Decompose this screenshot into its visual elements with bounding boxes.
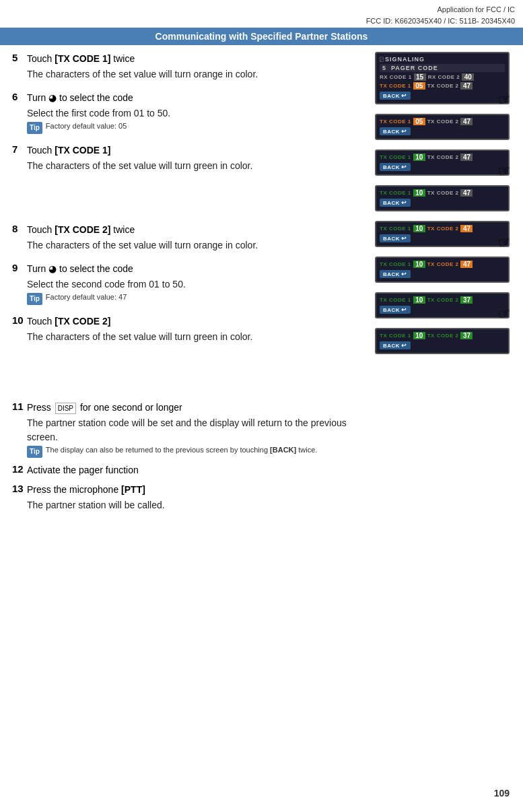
left-column: 5 Touch [TX CODE 1] twice The characters… [0,52,375,518]
step-11-num: 11 [12,401,27,412]
step-6-num: 6 [12,91,27,102]
screen-5: TX CODE 1 10 TX CODE 2 47 BACK↩ ☞ [375,221,510,247]
tip-label: Tip [27,122,42,134]
step-5-text: Touch [TX CODE 1] twice [27,52,135,66]
signal-icon: ⍁ [380,56,383,63]
back-btn-8[interactable]: BACK↩ [380,341,411,349]
step-12-text: Activate the pager function [27,463,139,477]
screen-8: TX CODE 1 10 TX CODE 2 37 BACK↩ [375,328,510,354]
step-6: 6 Turn ◕ to select the code Select the f… [12,91,367,134]
s8-tx1-label: TX CODE 1 [380,333,411,339]
tx-code2-label: TX CODE 2 [427,83,459,89]
tip-label-9: Tip [27,293,42,305]
step-9-text: Turn ◕ to select the code [27,262,133,276]
s7-tx1-val: 10 [413,296,425,304]
s3-tx2-val: 47 [460,154,473,161]
step-13: 13 Press the microphone [PTT] The partne… [12,483,367,512]
s6-tx2-label: TX CODE 2 [427,261,459,267]
s7-tx1-label: TX CODE 1 [380,297,411,303]
step-8-desc: The characters of the set value will tur… [27,238,367,252]
s7-tx2-label: TX CODE 2 [427,297,459,303]
screen-3: TX CODE 1 10 TX CODE 2 47 BACK↩ ☞ [375,149,510,176]
s3-tx2-label: TX CODE 2 [427,154,459,160]
step-11-text: Press DISP for one second or longer [27,401,182,415]
rx-val2: 40 [462,73,474,81]
step-10: 10 Touch [TX CODE 2] The characters of t… [12,314,367,344]
s3-tx1-val: 10 [413,154,425,161]
hand-icon-3: ☞ [497,161,513,180]
screen-rows: 5 PAGER CODE RX CODE 1 15 RX CODE 2 40 T… [380,64,505,90]
s2-tx2-val: 47 [460,118,473,125]
screen-6: TX CODE 1 10 TX CODE 2 47 BACK↩ [375,257,510,283]
step-9-num: 9 [12,262,27,273]
step-9-tip: Tip Factory default value: 47 [27,293,367,305]
section-title: Communicating with Specified Partner Sta… [0,28,523,45]
screen-4: TX CODE 1 10 TX CODE 2 47 BACK↩ [375,185,510,211]
pager-row: 5 PAGER CODE [380,64,505,72]
step-13-text: Press the microphone [PTT] [27,483,145,497]
hand-icon-5: ☞ [497,232,513,252]
rx-row: RX CODE 1 15 RX CODE 2 40 [380,73,505,81]
step-10-text: Touch [TX CODE 2] [27,314,110,329]
s2-tx2-label: TX CODE 2 [427,119,459,125]
rx-code1-label: RX CODE 1 [380,74,412,80]
s3-tx1-label: TX CODE 1 [380,154,411,160]
main-content: 5 Touch [TX CODE 1] twice The characters… [0,45,523,518]
hand-icon-1: ☞ [497,90,513,109]
hand-icon-7: ☞ [497,304,513,323]
s8-tx1-val: 10 [413,332,425,339]
step-12: 12 Activate the pager function [12,463,367,477]
right-column: ⍁ SIGNALING 5 PAGER CODE RX CODE 1 15 RX… [375,52,523,518]
back-btn-1[interactable]: BACK↩ [380,92,411,100]
step-11-tip: Tip The display can also be returned to … [27,446,367,458]
screen-1: ⍁ SIGNALING 5 PAGER CODE RX CODE 1 15 RX… [375,52,510,104]
step-8-text: Touch [TX CODE 2] twice [27,223,135,237]
s6-tx2-val: 47 [460,261,473,268]
header-line2: FCC ID: K6620345X40 / IC: 511B- 20345X40 [366,17,515,25]
page-header: Application for FCC / IC FCC ID: K662034… [0,0,523,28]
back-btn-2[interactable]: BACK↩ [380,127,411,135]
step-13-desc: The partner station will be called. [27,498,367,512]
step-7-num: 7 [12,143,27,155]
step-10-num: 10 [12,314,27,326]
step-7-text: Touch [TX CODE 1] [27,143,110,158]
step-13-num: 13 [12,483,27,494]
step-11-desc: The partner station code will be set and… [27,416,367,444]
back-btn-6[interactable]: BACK↩ [380,270,411,278]
rx-val1: 15 [414,73,426,81]
s4-tx2-val: 47 [460,189,473,197]
step-7: 7 Touch [TX CODE 1] The characters of th… [12,143,367,173]
tx-val1: 05 [413,82,425,90]
s4-tx1-val: 10 [413,189,425,197]
s2-tx1-label: TX CODE 1 [380,119,411,125]
step-9-desc: Select the second code from 01 to 50. [27,277,367,292]
screen-7: TX CODE 1 10 TX CODE 2 37 BACK↩ ☞ [375,292,510,318]
back-btn-5[interactable]: BACK↩ [380,234,411,242]
tx-row: TX CODE 1 05 TX CODE 2 47 [380,82,505,90]
s5-tx2-label: TX CODE 2 [427,226,459,232]
step-12-num: 12 [12,463,27,475]
back-btn-4[interactable]: BACK↩ [380,199,411,207]
s5-tx2-val: 47 [460,225,473,232]
s5-tx1-val: 10 [413,225,425,232]
s4-tx1-label: TX CODE 1 [380,190,411,196]
step-5: 5 Touch [TX CODE 1] twice The characters… [12,52,367,81]
s8-tx2-val: 37 [460,332,473,339]
step-6-text: Turn ◕ to select the code [27,91,133,105]
s4-tx2-label: TX CODE 2 [427,190,459,196]
step-6-tip-text: Factory default value: 05 [46,122,127,130]
s6-tx1-val: 10 [413,261,425,268]
back-row-1: BACK↩ [380,92,505,100]
header-line1: Application for FCC / IC [437,5,515,13]
step-11-tip-text: The display can also be returned to the … [46,446,318,454]
back-btn-7[interactable]: BACK↩ [380,306,411,314]
step-6-desc: Select the first code from 01 to 50. [27,106,367,121]
back-btn-3[interactable]: BACK↩ [380,163,411,171]
s5-tx1-label: TX CODE 1 [380,226,411,232]
step-9-tip-text: Factory default value: 47 [46,293,127,301]
s7-tx2-val: 37 [460,296,473,304]
step-10-desc: The characters of the set value will tur… [27,330,367,344]
s6-tx1-label: TX CODE 1 [380,261,411,267]
step-5-desc: The characters of the set value will tur… [27,67,367,81]
signaling-text: SIGNALING [385,56,425,63]
